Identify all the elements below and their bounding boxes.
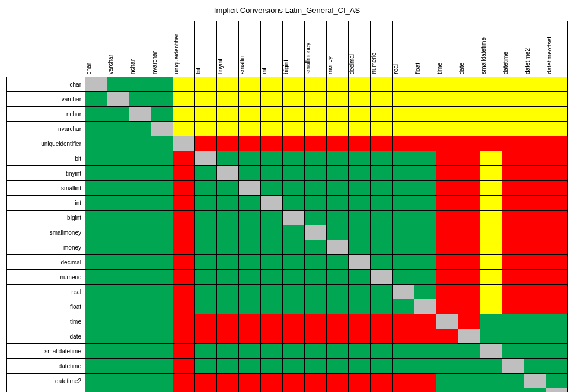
matrix-cell	[480, 374, 502, 388]
matrix-cell	[151, 344, 173, 359]
matrix-cell	[107, 374, 129, 388]
matrix-cell	[173, 329, 195, 344]
matrix-cell	[546, 270, 568, 285]
matrix-cell	[217, 225, 239, 240]
matrix-cell	[502, 285, 524, 299]
matrix-cell	[502, 240, 524, 255]
matrix-cell	[151, 240, 173, 255]
matrix-cell	[129, 388, 151, 393]
matrix-cell	[107, 196, 129, 211]
matrix-cell	[524, 374, 546, 388]
matrix-cell	[480, 240, 502, 255]
row-header: nvarchar	[7, 122, 85, 136]
matrix-cell	[173, 166, 195, 181]
matrix-cell	[458, 388, 480, 393]
matrix-cell	[107, 181, 129, 196]
matrix-cell	[85, 270, 107, 285]
matrix-cell	[283, 77, 305, 92]
matrix-cell	[502, 107, 524, 122]
matrix-cell	[502, 225, 524, 240]
matrix-cell	[393, 151, 414, 166]
matrix-cell	[239, 211, 261, 225]
matrix-cell	[217, 285, 239, 299]
matrix-cell	[305, 329, 327, 344]
matrix-cell	[349, 196, 371, 211]
matrix-cell	[217, 92, 239, 107]
matrix-cell	[436, 225, 458, 240]
matrix-cell	[85, 166, 107, 181]
matrix-cell	[393, 314, 414, 329]
matrix-cell	[129, 181, 151, 196]
matrix-cell	[261, 255, 283, 270]
matrix-cell	[524, 344, 546, 359]
matrix-cell	[239, 77, 261, 92]
matrix-cell	[217, 314, 239, 329]
matrix-cell	[327, 388, 349, 393]
matrix-cell	[524, 388, 546, 393]
matrix-cell	[107, 77, 129, 92]
matrix-cell	[239, 122, 261, 136]
matrix-cell	[480, 225, 502, 240]
matrix-cell	[414, 196, 436, 211]
matrix-cell	[458, 92, 480, 107]
matrix-cell	[502, 211, 524, 225]
matrix-cell	[261, 122, 283, 136]
matrix-cell	[327, 107, 349, 122]
matrix-cell	[349, 240, 371, 255]
matrix-cell	[195, 388, 217, 393]
matrix-cell	[327, 136, 349, 151]
matrix-cell	[546, 166, 568, 181]
matrix-cell	[173, 77, 195, 92]
matrix-cell	[480, 314, 502, 329]
matrix-cell	[217, 299, 239, 314]
matrix-cell	[458, 255, 480, 270]
matrix-cell	[458, 314, 480, 329]
matrix-cell	[393, 225, 414, 240]
matrix-cell	[239, 225, 261, 240]
matrix-cell	[107, 359, 129, 374]
matrix-cell	[85, 329, 107, 344]
matrix-cell	[546, 285, 568, 299]
matrix-cell	[458, 285, 480, 299]
matrix-cell	[261, 285, 283, 299]
matrix-cell	[261, 136, 283, 151]
matrix-cell	[414, 77, 436, 92]
column-header: numeric	[371, 21, 393, 77]
matrix-cell	[327, 181, 349, 196]
matrix-cell	[283, 136, 305, 151]
matrix-cell	[524, 255, 546, 270]
matrix-cell	[349, 270, 371, 285]
matrix-cell	[524, 181, 546, 196]
matrix-cell	[502, 374, 524, 388]
matrix-cell	[239, 196, 261, 211]
matrix-cell	[502, 166, 524, 181]
matrix-cell	[85, 285, 107, 299]
matrix-cell	[414, 255, 436, 270]
matrix-cell	[327, 122, 349, 136]
matrix-cell	[195, 299, 217, 314]
matrix-cell	[436, 270, 458, 285]
column-header: tinyint	[217, 21, 239, 77]
matrix-cell	[524, 77, 546, 92]
matrix-cell	[85, 92, 107, 107]
matrix-cell	[436, 314, 458, 329]
row-header: datetime2	[7, 374, 85, 388]
matrix-cell	[195, 359, 217, 374]
matrix-cell	[524, 285, 546, 299]
matrix-cell	[502, 136, 524, 151]
matrix-cell	[458, 181, 480, 196]
matrix-cell	[436, 181, 458, 196]
matrix-cell	[151, 122, 173, 136]
matrix-cell	[195, 211, 217, 225]
matrix-cell	[283, 196, 305, 211]
matrix-cell	[349, 136, 371, 151]
matrix-cell	[502, 151, 524, 166]
matrix-cell	[436, 92, 458, 107]
matrix-cell	[327, 374, 349, 388]
matrix-cell	[502, 329, 524, 344]
matrix-cell	[371, 359, 393, 374]
matrix-cell	[151, 196, 173, 211]
matrix-cell	[107, 122, 129, 136]
matrix-cell	[107, 151, 129, 166]
matrix-cell	[349, 388, 371, 393]
